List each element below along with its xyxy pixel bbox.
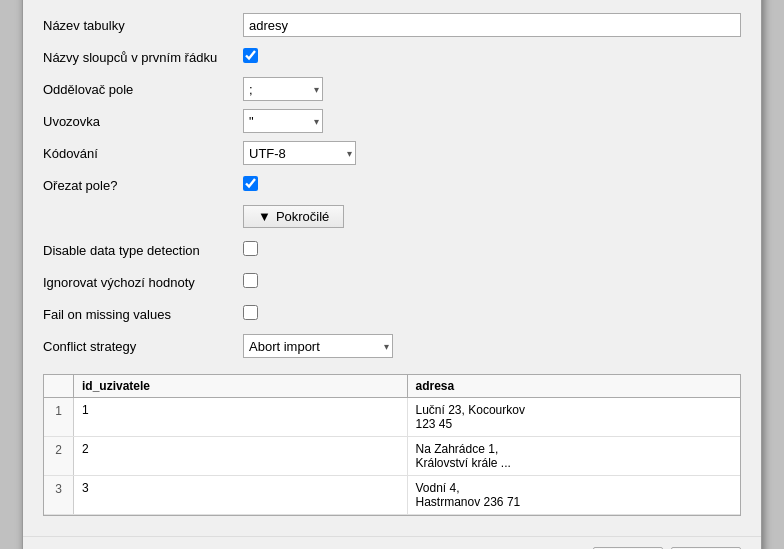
row-3-adresa: Vodní 4, Hastrmanov 236 71	[408, 476, 741, 514]
advanced-triangle-icon: ▼	[258, 209, 271, 224]
conflict-row: Conflict strategy Abort import Replace I…	[43, 334, 741, 358]
row-2-adresa: Na Zahrádce 1, Království krále ...	[408, 437, 741, 475]
quote-label: Uvozovka	[43, 114, 243, 129]
conflict-label: Conflict strategy	[43, 339, 243, 354]
delimiter-label: Oddělovač pole	[43, 82, 243, 97]
table-name-row: Název tabulky	[43, 13, 741, 37]
trim-control	[243, 176, 741, 194]
trim-row: Ořezat pole?	[43, 173, 741, 197]
ignore-defaults-control	[243, 273, 741, 291]
ignore-defaults-label: Ignorovat výchozí hodnoty	[43, 275, 243, 290]
trim-checkbox[interactable]	[243, 176, 258, 191]
table-row: 1 1 Luční 23, Kocourkov 123 45	[44, 398, 740, 437]
delimiter-select-wrap: ; , | Tab ▾	[243, 77, 323, 101]
first-row-row: Názvy sloupců v prvním řádku	[43, 45, 741, 69]
table-col-adresa: adresa	[408, 375, 741, 397]
advanced-button-label: Pokročilé	[276, 209, 329, 224]
ignore-defaults-checkbox[interactable]	[243, 273, 258, 288]
row-1-id: 1	[74, 398, 408, 436]
table-header-num	[44, 375, 74, 397]
row-2-id: 2	[74, 437, 408, 475]
fail-missing-checkbox[interactable]	[243, 305, 258, 320]
disable-detection-row: Disable data type detection	[43, 238, 741, 262]
row-3-id: 3	[74, 476, 408, 514]
dialog-content: Název tabulky Názvy sloupců v prvním řád…	[23, 0, 761, 532]
table-col-id: id_uzivatele	[74, 375, 408, 397]
conflict-select[interactable]: Abort import Replace Ignore	[243, 334, 393, 358]
trim-label: Ořezat pole?	[43, 178, 243, 193]
conflict-control: Abort import Replace Ignore ▾	[243, 334, 741, 358]
first-row-checkbox[interactable]	[243, 48, 258, 63]
delimiter-select[interactable]: ; , | Tab	[243, 77, 323, 101]
conflict-select-wrap: Abort import Replace Ignore ▾	[243, 334, 393, 358]
encoding-row: Kódování UTF-8 UTF-16 ISO-8859-1 Windows…	[43, 141, 741, 165]
table-row: 2 2 Na Zahrádce 1, Království krále ...	[44, 437, 740, 476]
data-table: id_uzivatele adresa 1 1 Luční 23, Kocour…	[43, 374, 741, 516]
table-name-control	[243, 13, 741, 37]
row-num-1: 1	[44, 398, 74, 436]
encoding-select[interactable]: UTF-8 UTF-16 ISO-8859-1 Windows-1250	[243, 141, 356, 165]
row-num-2: 2	[44, 437, 74, 475]
row-1-adresa: Luční 23, Kocourkov 123 45	[408, 398, 741, 436]
encoding-label: Kódování	[43, 146, 243, 161]
ignore-defaults-row: Ignorovat výchozí hodnoty	[43, 270, 741, 294]
quote-row: Uvozovka " ' ▾	[43, 109, 741, 133]
table-name-label: Název tabulky	[43, 18, 243, 33]
disable-detection-label: Disable data type detection	[43, 243, 243, 258]
delimiter-control: ; , | Tab ▾	[243, 77, 741, 101]
table-header: id_uzivatele adresa	[44, 375, 740, 398]
disable-detection-control	[243, 241, 741, 259]
advanced-btn-wrap: ▼ Pokročilé	[243, 205, 741, 234]
quote-select-wrap: " ' ▾	[243, 109, 323, 133]
encoding-control: UTF-8 UTF-16 ISO-8859-1 Windows-1250 ▾	[243, 141, 741, 165]
fail-missing-label: Fail on missing values	[43, 307, 243, 322]
table-name-input[interactable]	[243, 13, 741, 37]
quote-control: " ' ▾	[243, 109, 741, 133]
fail-missing-control	[243, 305, 741, 323]
csv-import-dialog: CSV Importovat soubor CSV ? ✕ Název tabu…	[22, 0, 762, 549]
delimiter-row: Oddělovač pole ; , | Tab ▾	[43, 77, 741, 101]
first-row-control	[243, 48, 741, 66]
disable-detection-checkbox[interactable]	[243, 241, 258, 256]
dialog-footer: OK Zrušit	[23, 536, 761, 549]
encoding-select-wrap: UTF-8 UTF-16 ISO-8859-1 Windows-1250 ▾	[243, 141, 356, 165]
advanced-row: ▼ Pokročilé	[43, 205, 741, 234]
quote-select[interactable]: " '	[243, 109, 323, 133]
row-num-3: 3	[44, 476, 74, 514]
fail-missing-row: Fail on missing values	[43, 302, 741, 326]
table-row: 3 3 Vodní 4, Hastrmanov 236 71	[44, 476, 740, 515]
advanced-button[interactable]: ▼ Pokročilé	[243, 205, 344, 228]
first-row-label: Názvy sloupců v prvním řádku	[43, 50, 243, 65]
